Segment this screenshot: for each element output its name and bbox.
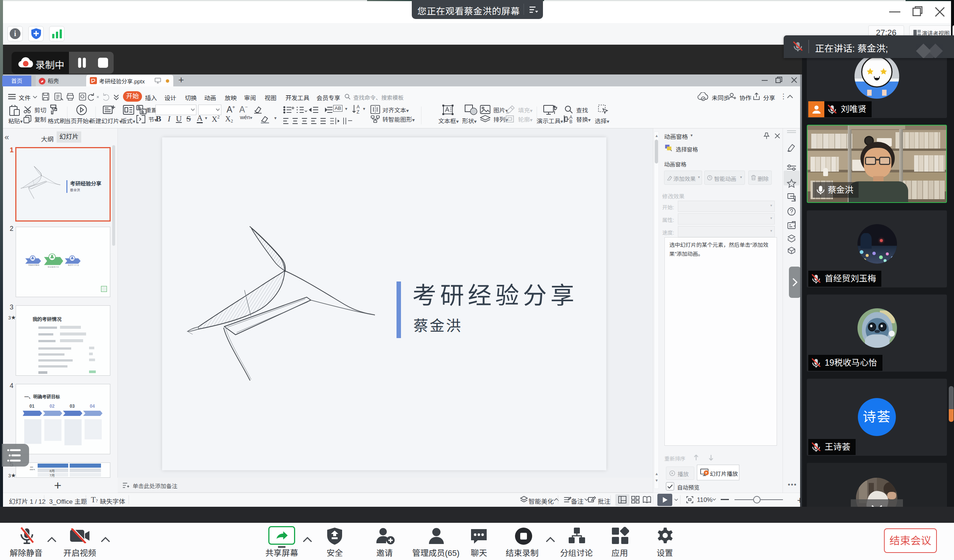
svg-text:慎选学习方法: 慎选学习方法: [68, 264, 79, 266]
svg-text:明确考研路径: 明确考研路径: [28, 264, 39, 266]
svg-text:B: B: [569, 119, 572, 124]
svg-text:A: A: [357, 104, 360, 109]
svg-text:Z: Z: [357, 109, 359, 114]
svg-text:制定备考计划: 制定备考计划: [48, 266, 59, 268]
